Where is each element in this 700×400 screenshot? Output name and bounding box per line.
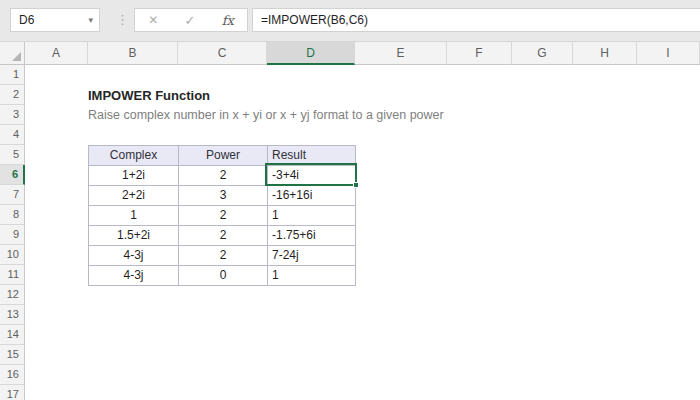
table-cell[interactable]: 1+2i [89, 166, 179, 186]
table-row: 4-3j 0 1 [89, 266, 356, 286]
table-row: 1 2 1 [89, 206, 356, 226]
row-header-5[interactable]: 5 [0, 145, 25, 165]
table-header-power[interactable]: Power [179, 146, 268, 166]
table-header-row: Complex Power Result [89, 146, 356, 166]
table-cell[interactable]: 1.5+2i [89, 226, 179, 246]
column-header-h[interactable]: H [573, 42, 637, 65]
row-header-17[interactable]: 17 [0, 385, 25, 400]
row-header-16[interactable]: 16 [0, 365, 25, 385]
name-box-value: D6 [19, 13, 34, 27]
table-header-complex[interactable]: Complex [89, 146, 179, 166]
row-header-8[interactable]: 8 [0, 205, 25, 225]
table-cell-selected-d6[interactable]: -3+4i [268, 166, 356, 186]
name-box[interactable]: D6 ▾ [10, 8, 100, 32]
insert-function-icon[interactable]: fx [222, 13, 234, 28]
formula-toolbar: D6 ▾ ⋮ ✕ ✓ fx =IMPOWER(B6,C6) [0, 0, 700, 42]
column-header-g[interactable]: G [512, 42, 573, 65]
row-header-9[interactable]: 9 [0, 225, 25, 245]
table-cell[interactable]: 1 [268, 206, 356, 226]
select-all-button[interactable] [0, 42, 25, 65]
table-cell[interactable]: 4-3j [89, 266, 179, 286]
table-cell[interactable]: 1 [89, 206, 179, 226]
row-header-14[interactable]: 14 [0, 325, 25, 345]
select-all-triangle-icon [12, 52, 21, 61]
table-header-result[interactable]: Result [268, 146, 356, 166]
table-cell[interactable]: 7-24j [268, 246, 356, 266]
row-header-10[interactable]: 10 [0, 245, 25, 265]
table-row: 2+2i 3 -16+16i [89, 186, 356, 206]
column-header-e[interactable]: E [355, 42, 447, 65]
column-header-c[interactable]: C [178, 42, 267, 65]
row-header-2[interactable]: 2 [0, 85, 25, 105]
row-header-4[interactable]: 4 [0, 125, 25, 145]
table-cell[interactable]: 1 [268, 266, 356, 286]
table-cell[interactable]: 2 [179, 206, 268, 226]
table-cell[interactable]: 3 [179, 186, 268, 206]
column-header-f[interactable]: F [447, 42, 512, 65]
table-cell[interactable]: 2 [179, 166, 268, 186]
toolbar-grip-icon: ⋮ [116, 8, 128, 32]
data-table: Complex Power Result 1+2i 2 -3+4i 2+2i 3… [88, 145, 356, 286]
table-cell[interactable]: 0 [179, 266, 268, 286]
table-cell[interactable]: 2 [179, 226, 268, 246]
formula-bar[interactable]: =IMPOWER(B6,C6) [252, 8, 700, 32]
table-row: 4-3j 2 7-24j [89, 246, 356, 266]
row-header-12[interactable]: 12 [0, 285, 25, 305]
excel-window: D6 ▾ ⋮ ✕ ✓ fx =IMPOWER(B6,C6) A B C D E … [0, 0, 700, 400]
row-header-1[interactable]: 1 [0, 65, 25, 85]
row-header-3[interactable]: 3 [0, 105, 25, 125]
row-header-7[interactable]: 7 [0, 185, 25, 205]
table-row: 1+2i 2 -3+4i [89, 166, 356, 186]
table-cell[interactable]: -16+16i [268, 186, 356, 206]
formula-buttons: ✕ ✓ fx [134, 8, 248, 32]
row-header-11[interactable]: 11 [0, 265, 25, 285]
column-header-b[interactable]: B [88, 42, 178, 65]
chevron-down-icon[interactable]: ▾ [88, 9, 93, 31]
confirm-icon[interactable]: ✓ [184, 13, 195, 28]
row-header-13[interactable]: 13 [0, 305, 25, 325]
row-header-6-selected[interactable]: 6 [0, 165, 25, 185]
row-headers: 1 2 3 4 5 6 7 8 9 10 11 12 13 14 15 16 1… [0, 65, 25, 400]
column-header-a[interactable]: A [25, 42, 88, 65]
table-cell[interactable]: 2+2i [89, 186, 179, 206]
column-header-d-selected[interactable]: D [267, 42, 355, 65]
sheet-subtitle[interactable]: Raise complex number in x + yi or x + yj… [88, 108, 444, 122]
column-header-i[interactable]: I [637, 42, 700, 65]
fill-handle[interactable] [353, 182, 359, 188]
sheet-title[interactable]: IMPOWER Function [88, 88, 210, 103]
table-cell[interactable]: 4-3j [89, 246, 179, 266]
row-header-15[interactable]: 15 [0, 345, 25, 365]
table-cell[interactable]: 2 [179, 246, 268, 266]
column-headers: A B C D E F G H I [0, 42, 700, 65]
table-cell[interactable]: -1.75+6i [268, 226, 356, 246]
table-row: 1.5+2i 2 -1.75+6i [89, 226, 356, 246]
cancel-icon[interactable]: ✕ [148, 13, 158, 27]
